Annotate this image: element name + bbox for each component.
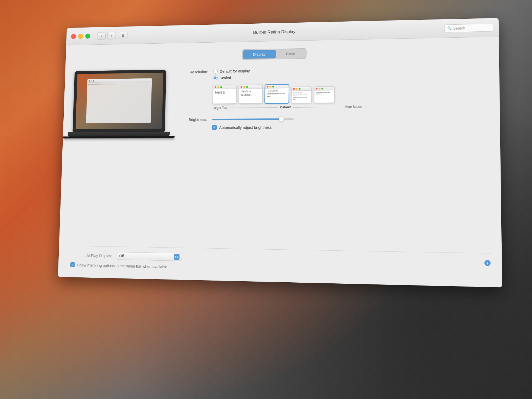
screen-mini-window: Here's to the troublemakers, the ones wh…: [86, 78, 152, 123]
search-box[interactable]: 🔍 Search: [444, 23, 493, 32]
mini-minimize: [91, 80, 92, 82]
thumb-content-larger: Here's: [213, 89, 236, 96]
laptop-base: [68, 131, 170, 136]
traffic-lights: [71, 34, 90, 39]
dropdown-arrow-icon: ⬆⬇: [174, 254, 180, 260]
tab-color[interactable]: Color: [276, 49, 305, 58]
thumb-bar-smaller1: [292, 87, 311, 91]
thumb-dot-r3: [267, 86, 268, 88]
minimize-button[interactable]: [78, 34, 83, 39]
settings-window: ‹ › ⊞ Built-in Retina Display 🔍 Search D…: [58, 18, 502, 287]
scale-thumb-smaller2[interactable]: More space content here text lines...: [314, 86, 335, 103]
scale-item-smaller2[interactable]: More space content here text lines...: [314, 86, 335, 103]
thumb-content-smaller2: More space content here text lines...: [314, 90, 334, 96]
laptop-body: Here's to the troublemakers, the ones wh…: [72, 70, 166, 132]
thumb-content-smaller1: Here's to the troublemakers ones who don…: [291, 91, 311, 102]
scale-thumbnails: Here's: [212, 82, 489, 104]
content-area: Display Color: [58, 37, 502, 288]
search-placeholder: Search: [453, 26, 465, 30]
thumb-dot-g5: [321, 88, 323, 89]
thumb-content-default: Here's to the troublemakers ones who...: [265, 88, 289, 99]
radio-circle-scaled[interactable]: [213, 76, 218, 80]
mini-close: [89, 80, 90, 82]
connector-line-left: [230, 107, 278, 108]
maximize-button[interactable]: [85, 34, 90, 38]
thumb-dot-r2: [241, 86, 242, 88]
tab-display[interactable]: Display: [243, 50, 276, 59]
thumb-bar-default: [265, 85, 289, 89]
thumb-bar-smaller2: [314, 87, 334, 91]
radio-default[interactable]: Default for display: [213, 69, 250, 74]
scale-thumb-smaller1[interactable]: Here's to the troublemakers ones who don…: [291, 87, 312, 103]
thumb-dot-y3: [269, 86, 271, 88]
label-more-space: More Space: [345, 105, 362, 109]
forward-button[interactable]: ›: [107, 32, 116, 39]
scale-item-medium[interactable]: Here's to troublem...: [238, 84, 263, 104]
close-button[interactable]: [71, 34, 76, 39]
thumb-dot-g4: [299, 88, 301, 90]
scale-thumb-medium[interactable]: Here's to troublem...: [238, 84, 263, 104]
radio-scaled[interactable]: Scaled: [213, 75, 250, 80]
auto-brightness-row: ✓ Automatically adjust brightness: [212, 124, 489, 130]
thumb-dot-y2: [243, 86, 245, 88]
resolution-row: Resolution: Default for display: [181, 65, 488, 81]
nav-buttons: ‹ › ⊞: [97, 31, 128, 39]
scale-item-smaller1[interactable]: Here's to the troublemakers ones who don…: [291, 87, 312, 103]
thumb-content-medium: Here's to troublem...: [239, 89, 262, 98]
thumb-dot-g3: [272, 86, 274, 88]
radio-inner: [214, 77, 217, 79]
brightness-thumb[interactable]: [279, 116, 284, 122]
mirroring-label: Show mirroring options in the menu bar w…: [77, 263, 167, 269]
mini-maximize: [93, 80, 94, 82]
connector-line-right: [293, 107, 343, 107]
laptop-foot: [63, 136, 175, 138]
mini-content: Here's to the troublemakers, the ones wh…: [87, 82, 152, 86]
thumb-bar-larger: [213, 85, 236, 89]
mirroring-checkbox[interactable]: ✓: [70, 262, 75, 267]
window-wrapper: ‹ › ⊞ Built-in Retina Display 🔍 Search D…: [58, 18, 502, 287]
thumb-bar-medium: [239, 85, 262, 89]
radio-options: Default for display Scaled: [213, 69, 250, 80]
brightness-section: Brightness: ✓ Automatically adjust brigh…: [180, 116, 489, 130]
settings-panel: Resolution: Default for display: [180, 65, 489, 130]
label-default: Default: [280, 105, 291, 109]
auto-brightness-label: Automatically adjust brightness: [219, 125, 272, 130]
radio-circle-default[interactable]: [213, 69, 218, 74]
scale-labels-row: Larger Text Default More Space: [212, 105, 362, 110]
main-row: Here's to the troublemakers, the ones wh…: [72, 65, 489, 138]
info-icon[interactable]: i: [484, 260, 491, 266]
resolution-section: Resolution: Default for display: [180, 65, 489, 110]
thumb-dot-y4: [296, 88, 298, 90]
tab-group: Display Color: [242, 48, 306, 60]
laptop-screen: Here's to the troublemakers, the ones wh…: [76, 73, 163, 129]
back-button[interactable]: ‹: [97, 32, 106, 39]
tab-bar: Display Color: [75, 45, 488, 63]
scale-thumb-default[interactable]: Here's to the troublemakers ones who...: [265, 84, 289, 104]
search-icon: 🔍: [447, 26, 452, 30]
window-title: Built-in Retina Display: [253, 29, 295, 35]
bottom-section: AirPlay Display: Off ⬆⬇ i ✓ Show mirrori…: [68, 246, 491, 279]
thumb-dot-y5: [318, 88, 320, 90]
thumb-dot-r: [215, 86, 216, 88]
thumb-dot-r4: [293, 88, 295, 90]
brightness-label: Brightness:: [180, 117, 207, 122]
radio-label-scaled: Scaled: [220, 75, 231, 80]
resolution-label: Resolution:: [181, 69, 208, 74]
airplay-dropdown[interactable]: Off ⬆⬇: [117, 252, 182, 261]
scale-item-larger[interactable]: Here's: [212, 85, 237, 104]
screen-bg: Here's to the troublemakers, the ones wh…: [76, 73, 163, 129]
label-larger-text: Larger Text: [212, 106, 228, 110]
radio-label-default: Default for display: [220, 69, 250, 73]
thumb-dot-g2: [246, 86, 248, 88]
airplay-value: Off: [119, 254, 124, 258]
brightness-slider[interactable]: [212, 118, 294, 120]
thumb-dot-g: [220, 86, 222, 88]
scale-thumb-larger[interactable]: Here's: [212, 85, 237, 104]
brightness-row: Brightness:: [180, 116, 489, 122]
thumb-dot-r5: [316, 88, 317, 90]
auto-brightness-checkbox[interactable]: ✓: [212, 125, 217, 130]
grid-button[interactable]: ⊞: [119, 31, 128, 39]
thumb-dot-y: [217, 86, 219, 88]
scale-item-default[interactable]: Here's to the troublemakers ones who...: [265, 84, 289, 104]
airplay-label: AirPlay Display:: [68, 253, 112, 258]
